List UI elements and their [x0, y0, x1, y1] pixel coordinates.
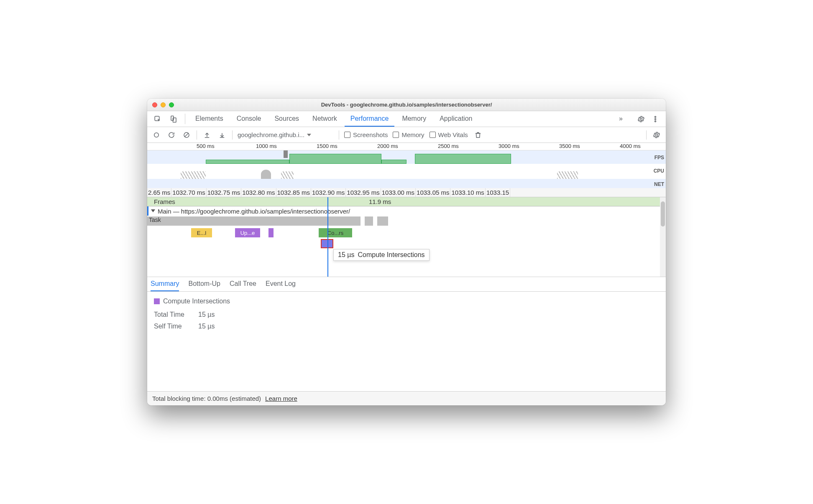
main-thread-header[interactable]: Main — https://googlechrome.github.io/sa… — [147, 206, 666, 216]
summary-event-name: Compute Intersections — [163, 298, 230, 305]
flame-chart[interactable]: Frames 11.9 ms Main — https://googlechro… — [147, 197, 666, 277]
tab-application[interactable]: Application — [434, 111, 478, 127]
flame-scrollbar[interactable] — [660, 197, 666, 277]
window-title: DevTools - googlechrome.github.io/sample… — [147, 102, 666, 108]
svg-point-3 — [655, 116, 656, 117]
overview-panel[interactable]: 500 ms 1000 ms 1500 ms 2000 ms 2500 ms 3… — [147, 143, 666, 188]
devtools-window: DevTools - googlechrome.github.io/sample… — [147, 99, 666, 405]
frames-track[interactable]: Frames 11.9 ms — [147, 197, 666, 206]
titlebar: DevTools - googlechrome.github.io/sample… — [147, 99, 666, 111]
flame-ruler: 2.65 ms1032.70 ms1032.75 ms1032.80 ms103… — [147, 188, 666, 197]
event-block[interactable]: Up...e — [235, 228, 260, 237]
main-tabs: Elements Console Sources Network Perform… — [147, 111, 666, 127]
event-block[interactable]: Co...rs — [319, 228, 352, 237]
details-tabs: Summary Bottom-Up Call Tree Event Log — [147, 277, 666, 292]
svg-point-4 — [655, 118, 656, 120]
tabs-overflow[interactable]: » — [613, 115, 629, 123]
event-block[interactable]: E...l — [191, 228, 212, 237]
footer-bar: Total blocking time: 0.00ms (estimated) … — [147, 391, 666, 405]
device-toggle-icon[interactable] — [166, 111, 181, 127]
cpu-lane — [147, 164, 666, 179]
tab-console[interactable]: Console — [231, 111, 267, 127]
task-block[interactable]: Task — [147, 216, 360, 226]
upload-icon[interactable] — [202, 130, 212, 140]
tab-sources[interactable]: Sources — [268, 111, 305, 127]
chevron-down-icon — [307, 134, 311, 136]
tab-memory[interactable]: Memory — [396, 111, 432, 127]
overview-selection-handle[interactable] — [284, 150, 288, 158]
clear-icon[interactable] — [182, 130, 192, 140]
task-block[interactable] — [365, 216, 373, 226]
tab-elements[interactable]: Elements — [189, 111, 229, 127]
tab-bottom-up[interactable]: Bottom-Up — [188, 277, 220, 291]
trash-icon[interactable] — [473, 130, 483, 140]
reload-icon[interactable] — [166, 130, 176, 140]
summary-panel: Compute Intersections Total Time15 µs Se… — [147, 292, 666, 391]
webvitals-checkbox[interactable]: Web Vitals — [430, 131, 468, 138]
main-thread-tracks: Task E...l Up...e Co...rs — [147, 216, 666, 249]
capture-target-label: googlechrome.github.i... — [238, 131, 304, 138]
settings-icon[interactable] — [634, 115, 648, 123]
capture-target-dropdown[interactable]: googlechrome.github.i... — [238, 131, 334, 138]
memory-checkbox[interactable]: Memory — [393, 131, 424, 138]
net-lane — [147, 179, 666, 188]
chevron-down-icon — [151, 209, 155, 212]
task-block[interactable] — [377, 216, 388, 226]
event-block[interactable] — [268, 228, 274, 237]
record-icon[interactable] — [151, 130, 161, 140]
screenshots-checkbox[interactable]: Screenshots — [344, 131, 388, 138]
tab-performance[interactable]: Performance — [345, 111, 395, 127]
performance-toolbar: googlechrome.github.i... Screenshots Mem… — [147, 127, 666, 143]
fps-lane — [147, 150, 666, 164]
overview-lane-labels: FPS CPU NET — [654, 150, 664, 191]
overview-ruler: 500 ms 1000 ms 1500 ms 2000 ms 2500 ms 3… — [147, 143, 666, 150]
tbt-label: Total blocking time: 0.00ms (estimated) — [152, 395, 261, 402]
kebab-icon[interactable] — [648, 115, 662, 123]
svg-point-6 — [154, 132, 159, 137]
tab-network[interactable]: Network — [307, 111, 343, 127]
download-icon[interactable] — [217, 130, 227, 140]
event-tooltip: 15 µs Compute Intersections — [333, 249, 430, 261]
tab-event-log[interactable]: Event Log — [266, 277, 296, 291]
color-swatch — [154, 298, 160, 304]
tab-call-tree[interactable]: Call Tree — [230, 277, 256, 291]
playhead[interactable] — [327, 197, 328, 277]
inspect-icon[interactable] — [151, 111, 165, 127]
tab-summary[interactable]: Summary — [151, 277, 179, 291]
capture-settings-icon[interactable] — [652, 130, 662, 140]
learn-more-link[interactable]: Learn more — [265, 395, 297, 402]
svg-point-5 — [655, 120, 656, 122]
event-selected[interactable] — [321, 239, 333, 248]
